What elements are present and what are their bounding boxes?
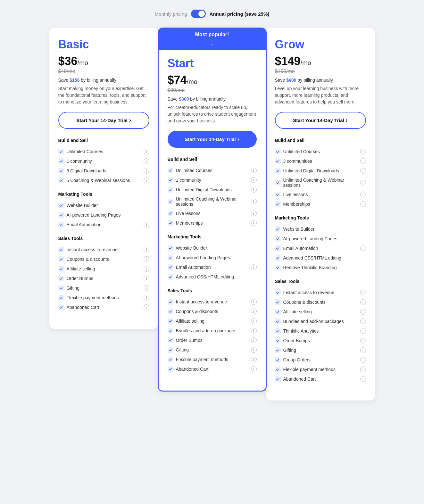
feature-item: Advanced CSS/HTML editing (168, 272, 257, 282)
feature-left: Gifting (58, 285, 79, 291)
info-icon[interactable]: i (251, 337, 257, 343)
plan-desc-basic: Start making money on your expertise. Ge… (58, 85, 149, 105)
toggle-switch[interactable] (191, 10, 206, 18)
info-icon[interactable]: i (360, 367, 366, 372)
check-icon (58, 304, 64, 310)
info-icon[interactable]: i (251, 168, 257, 173)
info-icon[interactable]: i (144, 149, 149, 154)
check-icon (168, 199, 173, 204)
info-icon[interactable]: i (360, 290, 366, 295)
feature-item: Website Builder (168, 243, 257, 253)
feature-label: Coupons & discounts (176, 309, 218, 314)
feature-label: Unlimited Courses (67, 149, 103, 154)
feature-list-basic: Unlimited Courses i 1 community i (58, 147, 149, 185)
info-icon[interactable]: i (360, 376, 366, 382)
info-icon[interactable]: i (251, 299, 257, 305)
info-icon[interactable]: i (144, 256, 149, 262)
info-icon[interactable]: i (360, 338, 366, 343)
info-icon[interactable]: i (144, 304, 149, 310)
section-title-basic-build-and-sell: Build and Sell (58, 138, 149, 143)
feature-left: Email Automation (168, 264, 211, 270)
check-icon (58, 256, 64, 262)
info-icon[interactable]: i (251, 347, 257, 353)
section-title-grow-marketing-tools: Marketing Tools (275, 215, 366, 220)
annual-label: Annual pricing (save 25%) (210, 11, 270, 17)
info-icon[interactable]: i (144, 295, 149, 301)
info-icon[interactable]: i (251, 211, 257, 216)
info-icon[interactable]: i (360, 347, 366, 353)
feature-item: Bundles and add-on packages i (275, 317, 366, 326)
feature-label: AI-powered Landing Pages (67, 212, 121, 218)
info-icon[interactable]: i (360, 149, 366, 154)
info-icon[interactable]: i (360, 245, 366, 251)
feature-label: 3 communities (283, 159, 312, 164)
info-icon[interactable]: i (360, 180, 366, 186)
info-icon[interactable]: i (360, 328, 366, 334)
plan-price-unit-start: /mo (187, 78, 197, 85)
info-icon[interactable]: i (144, 168, 149, 174)
info-icon[interactable]: i (144, 247, 149, 252)
checkmark-svg (59, 169, 63, 173)
info-icon[interactable]: i (144, 158, 149, 164)
info-icon[interactable]: i (144, 222, 149, 227)
featured-arrow: ↓ (162, 39, 262, 47)
feature-item: 1 community i (58, 156, 149, 166)
feature-left: Instant access to revenue (168, 299, 227, 305)
feature-label: Instant access to revenue (176, 299, 227, 304)
feature-label: Unlimited Digital Downloads (176, 187, 232, 192)
trial-btn-basic[interactable]: Start Your 14-Day Trial (58, 112, 149, 129)
info-icon[interactable]: i (360, 158, 366, 164)
info-icon[interactable]: i (251, 220, 257, 226)
info-icon[interactable]: i (144, 178, 149, 183)
feature-left: Flexible payment methods (168, 357, 228, 362)
check-icon (275, 255, 281, 261)
info-icon[interactable]: i (251, 366, 257, 372)
info-icon[interactable]: i (251, 309, 257, 314)
checkmark-svg (59, 248, 63, 252)
feature-left: Instant access to revenue (58, 247, 118, 252)
trial-btn-grow[interactable]: Start Your 14-Day Trial (275, 112, 366, 129)
info-icon[interactable]: i (360, 201, 366, 207)
check-icon (58, 212, 64, 218)
feature-item: Unlimited Coaching & Webinar sessions i (168, 194, 257, 209)
info-icon[interactable]: i (360, 309, 366, 315)
info-icon[interactable]: i (251, 318, 257, 324)
feature-left: Live lessons (275, 192, 308, 197)
feature-left: Unlimited Courses (58, 149, 103, 154)
info-icon[interactable]: i (251, 199, 257, 204)
feature-left: Unlimited Coaching & Webinar sessions (168, 196, 251, 207)
trial-btn-start[interactable]: Start Your 14-Day Trial (168, 131, 257, 148)
check-icon (168, 187, 173, 193)
info-icon[interactable]: i (360, 168, 366, 174)
check-icon (168, 274, 173, 280)
feature-item: Gifting i (168, 345, 257, 355)
info-icon[interactable]: i (251, 177, 257, 183)
info-icon[interactable]: i (360, 299, 366, 305)
info-icon[interactable]: i (144, 285, 149, 291)
feature-item: Unlimited Digital Downloads i (275, 166, 366, 176)
feature-item: Affiliate selling i (275, 307, 366, 317)
info-icon[interactable]: i (144, 276, 149, 281)
info-icon[interactable]: i (251, 357, 257, 362)
checkmark-svg (276, 227, 279, 231)
feature-item: AI-powered Landing Pages (168, 253, 257, 262)
feature-label: Flexible payment methods (283, 367, 336, 372)
info-icon[interactable]: i (360, 192, 366, 197)
checkmark-svg (169, 178, 172, 182)
info-icon[interactable]: i (360, 318, 366, 324)
info-icon[interactable]: i (251, 264, 257, 270)
checkmark-svg (276, 160, 279, 163)
feature-item: Thinkific Analytics i (275, 326, 366, 336)
info-icon[interactable]: i (144, 266, 149, 272)
info-icon[interactable]: i (360, 357, 366, 363)
info-icon[interactable]: i (251, 328, 257, 334)
checkmark-svg (169, 319, 172, 323)
check-icon (168, 299, 173, 305)
checkmark-svg (169, 300, 172, 304)
info-icon[interactable]: i (251, 187, 257, 193)
monthly-label: Monthly pricing (155, 11, 187, 17)
checkmark-svg (276, 310, 279, 314)
feature-item: Unlimited Courses i (168, 166, 257, 175)
feature-item: Abandoned Cart i (58, 302, 149, 312)
checkmark-svg (169, 188, 172, 192)
